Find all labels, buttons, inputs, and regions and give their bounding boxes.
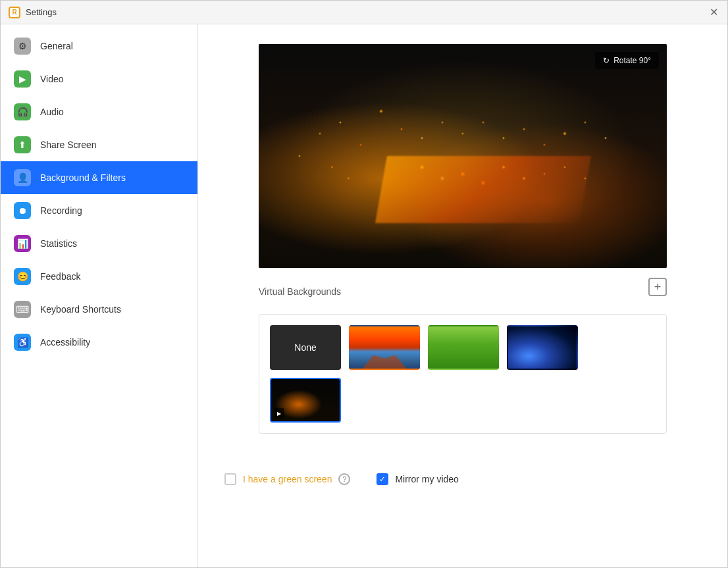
sidebar-item-share-screen[interactable]: ⬆ Share Screen xyxy=(1,128,197,161)
keyboard-shortcuts-icon: ⌨ xyxy=(14,301,31,318)
sidebar-item-general[interactable]: ⚙ General xyxy=(1,30,197,63)
settings-window: R Settings ✕ ⚙ General ▶ Video 🎧 Audio xyxy=(0,0,728,568)
virtual-backgrounds-label: Virtual Backgrounds xyxy=(259,286,341,297)
sidebar-label-general: General xyxy=(40,41,73,51)
background-grid: None ▶ xyxy=(259,314,667,434)
background-filters-icon: 👤 xyxy=(14,169,31,186)
sidebar-item-accessibility[interactable]: ♿ Accessibility xyxy=(1,326,197,359)
main-content: ↻ Rotate 90° Virtual Backgrounds + None xyxy=(198,24,727,567)
titlebar: R Settings ✕ xyxy=(1,1,727,24)
audio-icon: 🎧 xyxy=(14,103,31,120)
app-icon: R xyxy=(9,7,20,18)
virtual-backgrounds-header: Virtual Backgrounds + xyxy=(259,268,667,306)
sidebar-item-video[interactable]: ▶ Video xyxy=(1,63,197,95)
bg-option-bridge[interactable] xyxy=(349,325,420,370)
sidebar-item-statistics[interactable]: 📊 Statistics xyxy=(1,227,197,260)
close-button[interactable]: ✕ xyxy=(708,7,719,18)
sidebar-item-feedback[interactable]: 😊 Feedback xyxy=(1,260,197,293)
green-screen-label: I have a green screen xyxy=(243,474,332,484)
sidebar-label-accessibility: Accessibility xyxy=(40,337,90,348)
window-title: Settings xyxy=(26,7,57,17)
bg-option-grass[interactable] xyxy=(428,325,499,370)
titlebar-left: R Settings xyxy=(9,7,57,18)
rotate-label: Rotate 90° xyxy=(613,56,651,65)
sidebar: ⚙ General ▶ Video 🎧 Audio ⬆ Share Screen… xyxy=(1,24,198,567)
preview-image xyxy=(259,44,667,268)
sidebar-label-video: Video xyxy=(40,74,64,84)
accessibility-icon: ♿ xyxy=(14,334,31,351)
bg-none-label: None xyxy=(294,342,316,353)
content-area: ⚙ General ▶ Video 🎧 Audio ⬆ Share Screen… xyxy=(1,24,727,567)
bottom-options: I have a green screen ? ✓ Mirror my vide… xyxy=(224,460,701,498)
virtual-backgrounds-section: Virtual Backgrounds + None xyxy=(259,268,667,434)
sidebar-item-keyboard-shortcuts[interactable]: ⌨ Keyboard Shortcuts xyxy=(1,293,197,326)
sidebar-label-keyboard-shortcuts: Keyboard Shortcuts xyxy=(40,304,121,315)
feedback-icon: 😊 xyxy=(14,268,31,285)
help-icon[interactable]: ? xyxy=(338,473,350,485)
share-screen-icon: ⬆ xyxy=(14,136,31,153)
bg-option-space[interactable] xyxy=(507,325,578,370)
general-icon: ⚙ xyxy=(14,38,31,55)
video-badge-icon: ▶ xyxy=(274,408,284,419)
highway-lights-overlay xyxy=(375,156,591,223)
sidebar-label-feedback: Feedback xyxy=(40,271,80,282)
mirror-video-checkbox[interactable]: ✓ xyxy=(377,473,388,485)
add-background-button[interactable]: + xyxy=(648,278,667,296)
green-screen-checkbox[interactable] xyxy=(224,473,236,485)
sidebar-item-background-filters[interactable]: 👤 Background & Filters xyxy=(1,161,197,194)
sidebar-label-audio: Audio xyxy=(40,107,64,117)
recording-icon: ⏺ xyxy=(14,202,31,219)
sidebar-label-statistics: Statistics xyxy=(40,238,77,249)
sidebar-label-recording: Recording xyxy=(40,205,82,216)
video-icon: ▶ xyxy=(14,70,31,88)
green-screen-option: I have a green screen ? xyxy=(224,473,350,485)
sidebar-label-share-screen: Share Screen xyxy=(40,140,97,150)
bg-option-none[interactable]: None xyxy=(270,325,341,370)
sidebar-item-audio[interactable]: 🎧 Audio xyxy=(1,95,197,128)
mirror-video-label: Mirror my video xyxy=(395,474,458,484)
rotate-icon: ↻ xyxy=(603,56,610,65)
statistics-icon: 📊 xyxy=(14,235,31,252)
rotate-button[interactable]: ↻ Rotate 90° xyxy=(595,52,659,69)
video-preview: ↻ Rotate 90° xyxy=(259,44,667,268)
sidebar-item-recording[interactable]: ⏺ Recording xyxy=(1,194,197,227)
mirror-video-option: ✓ Mirror my video xyxy=(377,473,458,485)
sidebar-label-background-filters: Background & Filters xyxy=(40,172,126,183)
bg-option-city[interactable]: ▶ xyxy=(270,378,341,423)
